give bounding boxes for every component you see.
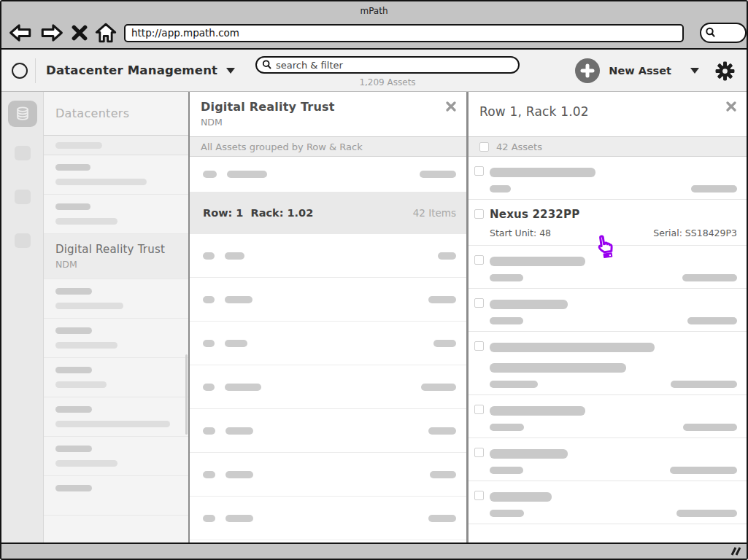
asset-row[interactable] (469, 332, 747, 395)
placeholder-bar (687, 317, 737, 324)
placeholder-bar (490, 406, 585, 416)
browser-chrome: mPath (1, 1, 747, 50)
close-icon[interactable] (726, 101, 736, 114)
asset-checkbox[interactable] (474, 491, 484, 500)
new-asset-label[interactable]: New Asset (609, 65, 671, 77)
rack-group-item[interactable] (190, 497, 466, 540)
back-icon[interactable] (8, 23, 33, 43)
scrollbar-thumb[interactable] (185, 354, 188, 435)
placeholder-bar (55, 288, 92, 295)
placeholder-bar (55, 218, 117, 225)
browser-window: mPath Datacenter Management (0, 0, 748, 560)
asset-checkbox[interactable] (474, 209, 484, 219)
rack-group-item[interactable] (190, 365, 466, 409)
search-input[interactable] (276, 60, 495, 71)
select-all-checkbox[interactable] (479, 142, 489, 152)
asset-row[interactable] (469, 481, 747, 524)
asset-detail-bars (490, 424, 737, 431)
assets-total-count: 1,209 Assets (255, 77, 520, 88)
placeholder-bar (490, 343, 655, 352)
asset-checkbox[interactable] (474, 405, 484, 414)
asset-row[interactable] (469, 438, 747, 481)
asset-checkbox[interactable] (474, 341, 484, 351)
forward-icon[interactable] (39, 23, 64, 43)
placeholder-bar (490, 510, 524, 517)
rack-group-item[interactable] (190, 409, 466, 453)
new-asset-caret-icon[interactable] (690, 68, 699, 74)
placeholder-bar (225, 296, 252, 303)
asset-row-selected[interactable]: Nexus 2232PPStart Unit: 48Serial: SS1842… (469, 200, 747, 246)
status-bar (1, 542, 747, 559)
placeholder-bar (203, 427, 215, 435)
home-icon[interactable] (95, 23, 117, 43)
resize-handle-icon[interactable] (728, 546, 741, 556)
asset-checkbox[interactable] (474, 448, 484, 457)
datacenter-item[interactable] (44, 397, 188, 437)
asset-detail-bars (490, 185, 737, 192)
datacenter-item[interactable] (44, 437, 188, 476)
rack-group-item[interactable] (190, 453, 466, 497)
new-asset-button[interactable] (575, 58, 600, 83)
app-logo[interactable] (12, 63, 28, 79)
asset-row-body (490, 403, 737, 431)
placeholder-bar (55, 406, 92, 413)
datacenter-item[interactable] (44, 358, 188, 397)
app-header: Datacenter Management 1,209 Assets New A… (1, 50, 747, 92)
browser-search-field[interactable] (700, 23, 747, 43)
asset-checkbox[interactable] (474, 166, 484, 176)
asset-row-body: Nexus 2232PPStart Unit: 48Serial: SS1842… (490, 208, 737, 238)
asset-detail-bars (490, 510, 737, 517)
asset-title-bars (490, 360, 737, 374)
asset-checkbox[interactable] (474, 298, 484, 308)
asset-name: Nexus 2232PP (490, 208, 737, 221)
settings-gear-icon[interactable] (715, 61, 735, 81)
datacenter-item[interactable] (44, 319, 188, 358)
rack-label: Rack: 1.02 (250, 207, 313, 219)
datacenter-item-selected[interactable]: Digital Reality TrustNDM (44, 234, 188, 279)
nav-icon-sidebar (1, 92, 44, 542)
rack-group-item[interactable] (190, 278, 466, 322)
search-icon (261, 59, 273, 71)
datacenter-code: NDM (55, 259, 188, 270)
plus-icon (580, 63, 595, 78)
placeholder-bar (55, 367, 92, 373)
asset-row[interactable] (469, 157, 747, 200)
sidebar-item-placeholder-2[interactable] (15, 190, 31, 204)
placeholder-bar (490, 492, 552, 502)
placeholder-bar (490, 424, 524, 431)
asset-row[interactable] (469, 246, 747, 289)
rack-group-item[interactable] (190, 234, 466, 278)
rack-group-item-selected[interactable]: Row: 1Rack: 1.0242 Items (190, 192, 466, 234)
asset-checkbox[interactable] (474, 255, 484, 265)
sidebar-item-placeholder-3[interactable] (15, 233, 31, 248)
rack-group-item[interactable] (190, 322, 466, 365)
asset-detail-bars (490, 381, 737, 388)
rack-group-item[interactable] (190, 157, 466, 192)
search-filter-field[interactable] (255, 56, 520, 74)
app-menu-caret-icon[interactable] (226, 68, 235, 74)
placeholder-bar (55, 342, 117, 349)
placeholder-bar (55, 485, 92, 491)
asset-row[interactable] (469, 395, 747, 438)
datacenter-item[interactable] (44, 279, 188, 319)
datacenter-item[interactable] (44, 155, 188, 195)
placeholder-bar (225, 427, 253, 435)
placeholder-bar (225, 252, 244, 260)
assets-panel-subtitle: NDM (201, 117, 466, 128)
asset-detail-bars (490, 467, 737, 474)
close-icon[interactable] (446, 101, 456, 114)
browser-tab-title: mPath (1, 1, 747, 16)
stop-icon[interactable] (71, 24, 88, 42)
sidebar-item-datacenters[interactable] (8, 101, 37, 127)
placeholder-bar (203, 296, 215, 303)
url-input[interactable] (124, 24, 684, 42)
sidebar-item-placeholder-1[interactable] (15, 146, 31, 160)
asset-row[interactable] (469, 289, 747, 332)
placeholder-bar (490, 185, 511, 192)
datacenter-item[interactable] (44, 476, 188, 516)
datacenter-item[interactable] (44, 195, 188, 234)
asset-title-bars (490, 403, 737, 417)
placeholder-bar (433, 340, 456, 347)
rack-detail-panel: Row 1, Rack 1.02 42 Assets Nexus 2232PPS… (466, 92, 747, 542)
placeholder-bar (225, 471, 253, 478)
